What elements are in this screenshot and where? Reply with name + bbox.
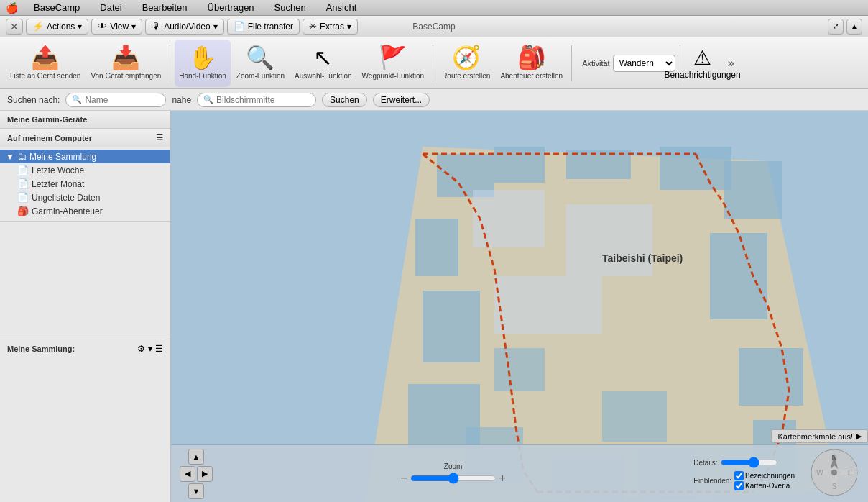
- speaker-icon: 🎙: [152, 21, 161, 32]
- sidebar: Meine Garmin-Geräte Auf meinem Computer …: [0, 111, 171, 502]
- doc-icon-2: 📄: [17, 178, 29, 189]
- view-button[interactable]: 👁 View ▾: [91, 19, 142, 35]
- extras-chevron-icon: ▾: [347, 22, 351, 32]
- menu-datei[interactable]: Datei: [96, 1, 126, 14]
- zoom-minus-button[interactable]: −: [400, 472, 407, 485]
- actions-button[interactable]: ⚡ Actions ▾: [26, 19, 88, 35]
- zoom-icon: 🔍: [246, 46, 274, 69]
- svg-rect-22: [494, 276, 602, 334]
- sidebar-item-ungelistete-daten[interactable]: 📄 Ungelistete Daten: [0, 191, 170, 204]
- zoom-plus-button[interactable]: +: [499, 472, 506, 485]
- nav-left-button[interactable]: ◀: [180, 466, 195, 482]
- svg-rect-5: [494, 147, 545, 183]
- toolbar-separator-1: [170, 45, 170, 81]
- name-search-input[interactable]: [85, 95, 157, 105]
- activity-dropdown[interactable]: Wandern Radfahren Fahren Laufen: [613, 55, 675, 72]
- search-button[interactable]: Suchen: [322, 93, 367, 107]
- activity-label: Aktivität: [582, 59, 610, 68]
- expand-icon: ⤢: [833, 22, 839, 30]
- zoom-function-button[interactable]: 🔍 Zoom-Funktion: [232, 40, 289, 87]
- expand-button[interactable]: ⤢: [828, 19, 844, 35]
- select-function-button[interactable]: ↖ Auswahl-Funktion: [290, 40, 356, 87]
- sammlung-footer: Meine Sammlung: ⚙ ▾ ☰: [0, 339, 170, 358]
- remote-close-button[interactable]: ✕: [6, 19, 23, 35]
- sidebar-item-meine-sammlung[interactable]: ▼ 🗂 Meine Sammlung: [0, 150, 170, 163]
- nav-right-button[interactable]: ▶: [197, 466, 213, 482]
- hand-icon: ✋: [188, 46, 217, 69]
- svg-rect-21: [566, 204, 652, 276]
- menu-bearbeiten[interactable]: Bearbeiten: [138, 1, 192, 14]
- notification-button[interactable]: ⚠ Benachrichtigungen: [685, 40, 721, 87]
- einblenden-label: Einblenden:: [693, 477, 731, 485]
- computer-menu-icon[interactable]: ☰: [156, 133, 163, 142]
- main-content: Meine Garmin-Geräte Auf meinem Computer …: [0, 111, 868, 502]
- audio-video-button[interactable]: 🎙 Audio/Video ▾: [145, 19, 224, 35]
- garmin-devices-label: Meine Garmin-Geräte: [7, 115, 87, 124]
- sidebar-tree: ▼ 🗂 Meine Sammlung 📄 Letzte Woche 📄 Letz…: [0, 147, 170, 221]
- sidebar-item-letzte-woche[interactable]: 📄 Letzte Woche: [0, 163, 170, 177]
- compass-icon: 🧭: [452, 46, 481, 69]
- zoom-label: Zoom: [444, 462, 463, 470]
- karten-overlay-checkbox[interactable]: [734, 481, 744, 490]
- receive-button[interactable]: 📥 Von Gerät empfangen: [86, 40, 165, 87]
- route-label: Route erstellen: [442, 72, 490, 81]
- receive-label: Von Gerät empfangen: [91, 72, 161, 81]
- details-section: Details: Einblenden: Bezeichnungen Karte…: [693, 457, 795, 490]
- garmin-devices-section: Meine Garmin-Geräte: [0, 111, 170, 129]
- svg-text:W: W: [816, 469, 823, 477]
- triangle-right-icon: ▼: [6, 152, 14, 162]
- karten-overlay-checkbox-label: Karten-Overla: [734, 481, 795, 490]
- more-button[interactable]: »: [725, 54, 737, 73]
- nav-arrows: ▲ ◀ ▶ ▼: [180, 449, 213, 499]
- nav-down-button[interactable]: ▼: [188, 483, 204, 499]
- menu-suchen[interactable]: Suchen: [270, 1, 310, 14]
- menu-basecamp[interactable]: BaseCamp: [29, 1, 84, 14]
- backpack-icon-2: 🎒: [17, 206, 29, 216]
- sidebar-item-letzter-monat[interactable]: 📄 Letzter Monat: [0, 177, 170, 191]
- settings-icon[interactable]: ⚙: [137, 344, 145, 354]
- sidebar-item-garmin-abenteuer[interactable]: 🎒 Garmin-Abenteuer: [0, 204, 170, 218]
- doc-icon-3: 📄: [17, 192, 29, 203]
- bezeichnungen-label: Bezeichnungen: [745, 472, 795, 480]
- svg-rect-15: [494, 348, 545, 391]
- city-label: Taibeishi (Taipei): [602, 252, 683, 264]
- file-transfer-label: File transfer: [248, 22, 293, 32]
- map-area[interactable]: N: [171, 111, 868, 502]
- route-create-button[interactable]: 🧭 Route erstellen: [438, 40, 494, 87]
- collapse-button[interactable]: ▲: [846, 19, 862, 35]
- garmin-abenteuer-label: Garmin-Abenteuer: [32, 206, 103, 216]
- details-slider[interactable]: [721, 457, 778, 468]
- svg-rect-10: [423, 291, 480, 362]
- file-icon: 📄: [234, 21, 245, 32]
- svg-text:N: N: [831, 454, 836, 462]
- file-transfer-button[interactable]: 📄 File transfer: [227, 19, 300, 35]
- svg-rect-20: [473, 190, 545, 247]
- svg-rect-8: [724, 161, 782, 219]
- waypoint-function-button[interactable]: 🚩 Wegpunkt-Funktion: [358, 40, 429, 87]
- apple-menu[interactable]: 🍎: [6, 2, 18, 14]
- actions-chevron-icon: ▾: [78, 22, 82, 32]
- kartenmerkmale-button[interactable]: Kartenmerkmale aus! ▶: [771, 429, 868, 443]
- svg-text:S: S: [832, 483, 837, 490]
- bezeichnungen-checkbox-label: Bezeichnungen: [734, 471, 795, 480]
- sammlung-list-icon[interactable]: ☰: [155, 344, 163, 354]
- menu-bar: 🍎 BaseCamp Datei Bearbeiten Übertragen S…: [0, 0, 868, 16]
- advanced-search-button[interactable]: Erweitert...: [373, 93, 430, 107]
- bezeichnungen-checkbox[interactable]: [734, 471, 744, 480]
- adventure-create-button[interactable]: 🎒 Abenteuer erstellen: [496, 40, 567, 87]
- location-search-input[interactable]: [216, 95, 310, 105]
- extras-label: Extras: [320, 22, 344, 32]
- menu-ansicht[interactable]: Ansicht: [322, 1, 361, 14]
- hand-function-button[interactable]: ✋ Hand-Funktion: [175, 40, 231, 87]
- menu-uebertragen[interactable]: Übertragen: [203, 1, 259, 14]
- sammlung-chevron-icon[interactable]: ▾: [148, 344, 152, 354]
- nav-up-button[interactable]: ▲: [188, 449, 204, 465]
- folder-icon: 🗂: [17, 151, 27, 162]
- send-list-button[interactable]: 📤 Liste an Gerät senden: [6, 40, 85, 87]
- extras-button[interactable]: ✳ Extras ▾: [303, 19, 358, 35]
- zoom-slider[interactable]: [410, 473, 497, 484]
- actions-label: Actions: [47, 22, 75, 32]
- kartenmerkmale-icon: ▶: [856, 432, 862, 441]
- computer-label: Auf meinem Computer: [7, 134, 92, 142]
- audio-video-label: Audio/Video: [164, 22, 211, 32]
